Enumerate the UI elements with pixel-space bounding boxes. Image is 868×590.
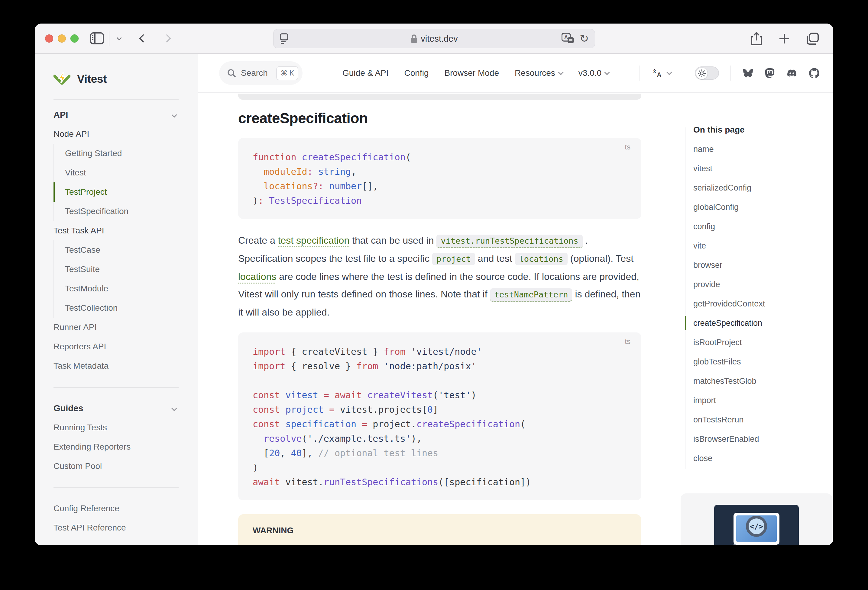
mastodon-icon[interactable] — [765, 68, 775, 78]
sidebar-item-task-metadata[interactable]: Task Metadata — [35, 356, 198, 376]
toc-item-globtestfiles[interactable]: globTestFiles — [693, 352, 833, 371]
sidebar-item-label: TestCase — [65, 245, 100, 255]
sidebar-toggle-icon[interactable] — [90, 32, 104, 44]
inline-code-link[interactable]: testNamePattern — [490, 288, 573, 302]
text: and test — [475, 253, 515, 264]
github-icon[interactable] — [809, 68, 819, 78]
code-line: const specification = project.createSpec… — [252, 417, 627, 431]
toc-item-matchestestglob[interactable]: matchesTestGlob — [693, 371, 833, 391]
sidebar-item-label: TestSpecification — [65, 206, 128, 216]
sidebar-item-label: Runner API — [53, 322, 97, 332]
toc-item-close[interactable]: close — [693, 449, 833, 468]
sidebar-item-testcollection[interactable]: TestCollection — [53, 298, 198, 318]
sidebar-item-getting-started[interactable]: Getting Started — [53, 144, 198, 163]
sidebar-item-testsuite[interactable]: TestSuite — [53, 260, 198, 279]
chevron-down-icon — [171, 112, 177, 118]
warning-callout: WARNING createSpecification expects reso… — [238, 514, 641, 545]
toc-item-import[interactable]: import — [693, 391, 833, 410]
minimize-window-button[interactable] — [58, 34, 66, 43]
nav-item-resources[interactable]: Resources — [515, 68, 563, 78]
search-icon — [227, 69, 236, 78]
sidebar-divider — [53, 387, 179, 388]
sidebar-item-config-reference[interactable]: Config Reference — [35, 499, 198, 518]
sidebar: Vitest APINode APIGetting StartedVitestT… — [35, 54, 198, 545]
toc-item-createspecification[interactable]: createSpecification — [693, 313, 833, 333]
nav-item-label: Config — [404, 68, 429, 78]
sidebar-item-testspecification[interactable]: TestSpecification — [53, 202, 198, 221]
site-title: Vitest — [77, 73, 107, 85]
sidebar-item-reporters-api[interactable]: Reporters API — [35, 337, 198, 356]
reload-icon[interactable]: ↻ — [580, 33, 589, 44]
toc-item-isbrowserenabled[interactable]: isBrowserEnabled — [693, 430, 833, 449]
sidebar-item-label: TestCollection — [65, 303, 118, 312]
toc-item-vite[interactable]: vite — [693, 236, 833, 256]
sidebar-item-label: Running Tests — [53, 423, 107, 432]
sidebar-item-vitest[interactable]: Vitest — [53, 163, 198, 182]
sidebar-nav: APINode APIGetting StartedVitestTestProj… — [35, 105, 198, 537]
toc-item-provide[interactable]: provide — [693, 275, 833, 294]
sidebar-item-node-api[interactable]: Node API — [35, 124, 198, 144]
toc-item-vitest[interactable]: vitest — [693, 159, 833, 178]
toc-item-browser[interactable]: browser — [693, 256, 833, 275]
sidebar-menu-chevron-icon[interactable] — [117, 35, 122, 40]
back-button[interactable] — [139, 34, 148, 43]
toc-item-serializedconfig[interactable]: serializedConfig — [693, 178, 833, 197]
toc-item-isrootproject[interactable]: isRootProject — [693, 333, 833, 352]
code-line: locations?: number[], — [252, 179, 627, 194]
sidebar-item-label: Config Reference — [53, 504, 120, 513]
code-line: const vitest = await createVitest('test'… — [252, 388, 627, 403]
address-bar[interactable]: vitest.dev A ↻ — [273, 29, 595, 48]
sidebar-item-testmodule[interactable]: TestModule — [53, 279, 198, 298]
sidebar-item-label: TestModule — [65, 284, 108, 293]
theme-toggle[interactable] — [695, 66, 719, 80]
vitest-logo-icon — [53, 71, 71, 87]
reader-icon[interactable] — [280, 33, 289, 44]
sidebar-divider — [53, 487, 179, 488]
sidebar-item-extending-reporters[interactable]: Extending Reporters — [35, 437, 198, 456]
inline-code-link[interactable]: vitest.runTestSpecifications — [436, 235, 582, 248]
language-menu[interactable]: ẋ A — [652, 68, 671, 78]
sidebar-item-testcase[interactable]: TestCase — [53, 240, 198, 260]
nav-item-v3-0-0[interactable]: v3.0.0 — [579, 68, 609, 78]
logo[interactable]: Vitest — [35, 66, 198, 93]
sidebar-item-label: Test API Reference — [53, 523, 126, 532]
sidebar-item-testproject[interactable]: TestProject — [53, 182, 198, 202]
close-window-button[interactable] — [45, 34, 53, 43]
sidebar-item-guides[interactable]: Guides — [35, 399, 198, 418]
search-button[interactable]: Search ⌘ K — [219, 61, 303, 85]
toc-item-name[interactable]: name — [693, 140, 833, 159]
inline-link[interactable]: locations — [238, 271, 276, 282]
toc-item-config[interactable]: config — [693, 217, 833, 236]
site-header: Search ⌘ K Guide & APIConfigBrowser Mode… — [198, 54, 833, 93]
bluesky-icon[interactable] — [743, 68, 753, 78]
translate-icon[interactable]: A — [561, 33, 574, 44]
nav-item-guide-api[interactable]: Guide & API — [342, 68, 389, 78]
discord-icon[interactable] — [786, 69, 797, 78]
sidebar-item-test-task-api[interactable]: Test Task API — [35, 221, 198, 240]
search-label: Search — [241, 68, 268, 78]
code-line — [252, 374, 627, 388]
toc-item-globalconfig[interactable]: globalConfig — [693, 197, 833, 217]
nav-item-browser-mode[interactable]: Browser Mode — [444, 68, 499, 78]
new-tab-icon[interactable] — [778, 32, 790, 45]
toc-item-getprovidedcontext[interactable]: getProvidedContext — [693, 294, 833, 313]
zoom-window-button[interactable] — [71, 34, 78, 43]
sidebar-item-running-tests[interactable]: Running Tests — [35, 418, 198, 437]
sidebar-item-label: Task Metadata — [53, 361, 108, 371]
sidebar-item-api[interactable]: API — [35, 105, 198, 124]
sidebar-item-custom-pool[interactable]: Custom Pool — [35, 456, 198, 476]
nav-item-config[interactable]: Config — [404, 68, 429, 78]
sidebar-item-runner-api[interactable]: Runner API — [35, 318, 198, 337]
tab-overview-icon[interactable] — [806, 32, 819, 45]
share-icon[interactable] — [750, 31, 763, 46]
sponsor-card[interactable]: </> — [681, 493, 833, 545]
top-nav: Guide & APIConfigBrowser ModeResourcesv3… — [342, 68, 609, 78]
inline-link[interactable]: test specification — [278, 235, 350, 246]
toc-rail — [685, 127, 685, 469]
sidebar-item-label: Extending Reporters — [53, 442, 131, 452]
sidebar-item-label: TestProject — [65, 187, 107, 197]
sidebar-item-test-api-reference[interactable]: Test API Reference — [35, 518, 198, 537]
toc-item-ontestsrerun[interactable]: onTestsRerun — [693, 410, 833, 430]
warning-title: WARNING — [252, 526, 627, 536]
chevron-down-icon — [666, 69, 672, 75]
